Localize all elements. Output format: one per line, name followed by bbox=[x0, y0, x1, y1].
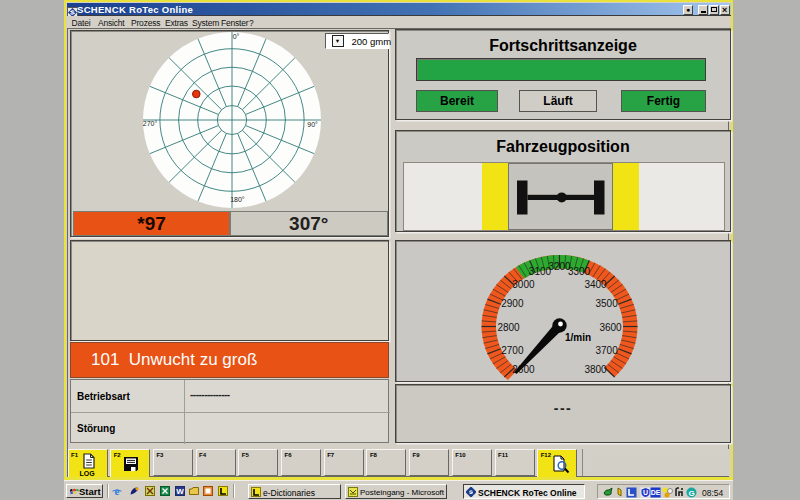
svg-text:G: G bbox=[688, 488, 694, 497]
svg-text:0°: 0° bbox=[233, 33, 240, 40]
svg-text:U: U bbox=[643, 489, 648, 496]
svg-text:3600: 3600 bbox=[599, 322, 622, 333]
svg-text:270°: 270° bbox=[143, 120, 158, 127]
svg-text:2800: 2800 bbox=[497, 322, 520, 333]
svg-text:2900: 2900 bbox=[501, 298, 524, 309]
svg-text:2700: 2700 bbox=[501, 345, 524, 356]
svg-text:DE: DE bbox=[651, 489, 661, 496]
svg-text:3700: 3700 bbox=[595, 345, 618, 356]
svg-text:3800: 3800 bbox=[584, 364, 607, 375]
svg-text:3500: 3500 bbox=[595, 298, 618, 309]
svg-text:3300: 3300 bbox=[568, 266, 591, 277]
svg-text:3400: 3400 bbox=[584, 279, 607, 290]
svg-text:1/min: 1/min bbox=[565, 332, 591, 343]
svg-text:W: W bbox=[176, 487, 184, 496]
svg-text:3000: 3000 bbox=[512, 279, 535, 290]
svg-text:90°: 90° bbox=[307, 121, 318, 128]
svg-text:e: e bbox=[115, 486, 120, 496]
svg-text:180°: 180° bbox=[230, 196, 245, 203]
